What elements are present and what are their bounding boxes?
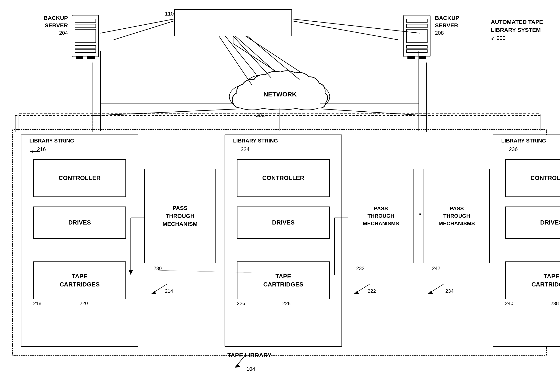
num-218-label: 218 [33, 300, 41, 307]
svg-marker-61 [30, 150, 33, 153]
svg-line-71 [219, 36, 252, 85]
svg-line-18 [292, 21, 398, 40]
num-224-label: 224 [241, 146, 250, 153]
num-110-label: 110 [165, 10, 174, 17]
svg-rect-56 [408, 56, 415, 59]
num-242-label: 242 [432, 265, 440, 272]
tape-cartridges-right-box: TAPECARTRIDGES [505, 262, 560, 299]
tape-cartridges-left-box: TAPECARTRIDGES [33, 262, 126, 299]
diagram: PLACEMENT OPTIMIZATION SYSTEM 110 BACKUP… [0, 0, 560, 392]
svg-rect-57 [419, 56, 426, 59]
svg-line-72 [233, 36, 271, 78]
svg-line-14 [224, 34, 256, 74]
network-label: NETWORK [263, 90, 297, 98]
library-string-mid-label: LIBRARY STRING [233, 137, 278, 144]
num-240-label: 240 [505, 300, 513, 307]
drives-left-box: DRIVES [33, 206, 126, 239]
automated-tape-library-label: AUTOMATED TAPELIBRARY SYSTEM ↙ 200 [491, 18, 543, 42]
server-icon-right [402, 13, 432, 61]
svg-line-17 [114, 21, 174, 40]
num-236-label: 236 [509, 146, 518, 153]
num-238-label: 238 [550, 300, 559, 307]
controller-right-box: CONTROLLER [505, 159, 560, 197]
backup-server-right-label: BACKUPSERVER 208 [435, 14, 459, 36]
arrow-ptm-234 [424, 282, 447, 297]
svg-line-73 [247, 36, 300, 79]
pass-through-mechanism-214-box: PASSTHROUGHMECHANISM [144, 169, 216, 263]
arrow-ptm-214 [148, 282, 170, 297]
arrow-ptm-222 [350, 282, 373, 297]
pass-through-mechanisms-232-box: PASSTHROUGHMECHANISMS [348, 169, 414, 263]
drives-right-box: DRIVES [505, 206, 560, 239]
pass-through-mechanisms-242-box: PASSTHROUGHMECHANISMS [424, 169, 490, 263]
placement-optimization-label: PLACEMENT OPTIMIZATION SYSTEM [177, 12, 289, 20]
num-220-label: 220 [80, 300, 88, 307]
svg-line-16 [233, 34, 280, 76]
svg-rect-45 [76, 56, 83, 59]
svg-rect-36 [72, 15, 99, 57]
backup-server-left-label: BACKUPSERVER 204 [44, 14, 68, 36]
svg-line-20 [93, 109, 239, 116]
svg-line-15 [243, 34, 303, 74]
library-string-right-label: LIBRARY STRING [501, 137, 546, 144]
controller-mid-box: CONTROLLER [237, 159, 330, 197]
svg-rect-47 [404, 15, 430, 57]
server-icon-left [70, 13, 100, 61]
arrow-216 [29, 149, 41, 154]
svg-line-69 [100, 19, 174, 33]
num-230-label: 230 [153, 265, 162, 272]
svg-marker-59 [235, 364, 241, 368]
num-226-label: 226 [237, 300, 245, 307]
library-string-left-label: LIBRARY STRING [29, 137, 74, 144]
tape-cartridges-mid-box: TAPECARTRIDGES [237, 262, 330, 299]
num-232-label: 232 [356, 265, 364, 272]
num-202-label: 202 [256, 112, 265, 119]
num-104-label: 104 [246, 366, 255, 372]
controller-left-box: CONTROLLER [33, 159, 126, 197]
num-228-label: 228 [282, 300, 290, 307]
svg-line-22 [321, 109, 426, 116]
drives-mid-box: DRIVES [237, 206, 330, 239]
svg-rect-46 [87, 56, 95, 59]
svg-line-13 [233, 44, 280, 74]
svg-line-70 [292, 19, 420, 33]
